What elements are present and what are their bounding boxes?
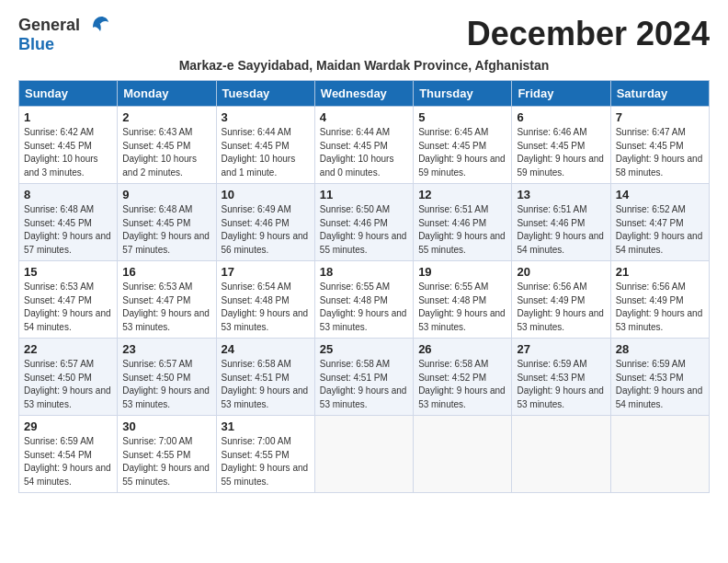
cell-info: Sunrise: 6:44 AMSunset: 4:45 PMDaylight:… [320,127,394,178]
day-number: 1 [24,110,112,124]
day-number: 19 [418,265,506,279]
calendar-week-2: 8 Sunrise: 6:48 AMSunset: 4:45 PMDayligh… [19,184,710,261]
cell-info: Sunrise: 6:48 AMSunset: 4:45 PMDaylight:… [24,204,111,255]
weekday-header-row: SundayMondayTuesdayWednesdayThursdayFrid… [19,81,710,107]
cell-info: Sunrise: 6:58 AMSunset: 4:51 PMDaylight:… [320,359,407,409]
calendar-cell: 16 Sunrise: 6:53 AMSunset: 4:47 PMDaylig… [118,261,216,339]
weekday-header-tuesday: Tuesday [216,81,314,107]
day-number: 26 [418,342,506,356]
calendar-cell: 8 Sunrise: 6:48 AMSunset: 4:45 PMDayligh… [19,184,118,261]
calendar-cell: 21 Sunrise: 6:56 AMSunset: 4:49 PMDaylig… [610,261,709,339]
calendar-cell: 18 Sunrise: 6:55 AMSunset: 4:48 PMDaylig… [314,261,413,339]
calendar-cell: 25 Sunrise: 6:58 AMSunset: 4:51 PMDaylig… [314,339,413,416]
cell-info: Sunrise: 7:00 AMSunset: 4:55 PMDaylight:… [222,436,309,487]
cell-info: Sunrise: 6:59 AMSunset: 4:54 PMDaylight:… [24,436,111,487]
day-number: 16 [122,265,210,279]
day-number: 6 [517,110,605,124]
cell-info: Sunrise: 6:50 AMSunset: 4:46 PMDaylight:… [320,204,407,255]
cell-info: Sunrise: 6:47 AMSunset: 4:45 PMDaylight:… [616,127,703,178]
day-number: 3 [222,110,310,124]
cell-info: Sunrise: 6:48 AMSunset: 4:45 PMDaylight:… [122,204,210,255]
calendar-cell: 12 Sunrise: 6:51 AMSunset: 4:46 PMDaylig… [414,184,512,261]
day-number: 11 [320,188,408,201]
day-number: 8 [24,188,112,201]
calendar-cell: 19 Sunrise: 6:55 AMSunset: 4:48 PMDaylig… [414,261,512,339]
cell-info: Sunrise: 6:56 AMSunset: 4:49 PMDaylight:… [517,282,604,332]
cell-info: Sunrise: 6:49 AMSunset: 4:46 PMDaylight:… [222,204,309,255]
weekday-header-sunday: Sunday [19,81,118,107]
day-number: 20 [517,265,605,279]
month-title: December 2024 [467,15,710,53]
day-number: 5 [418,110,506,124]
cell-info: Sunrise: 6:58 AMSunset: 4:52 PMDaylight:… [418,359,506,409]
calendar-cell [512,416,610,493]
calendar-cell: 22 Sunrise: 6:57 AMSunset: 4:50 PMDaylig… [19,339,118,416]
calendar-cell [314,416,413,493]
calendar-cell: 14 Sunrise: 6:52 AMSunset: 4:47 PMDaylig… [610,184,709,261]
calendar-cell: 15 Sunrise: 6:53 AMSunset: 4:47 PMDaylig… [19,261,118,339]
day-number: 22 [24,342,112,356]
day-number: 24 [222,342,310,356]
cell-info: Sunrise: 6:57 AMSunset: 4:50 PMDaylight:… [122,359,210,409]
calendar-table: SundayMondayTuesdayWednesdayThursdayFrid… [18,80,710,493]
calendar-cell: 26 Sunrise: 6:58 AMSunset: 4:52 PMDaylig… [414,339,512,416]
cell-info: Sunrise: 6:46 AMSunset: 4:45 PMDaylight:… [517,127,604,178]
cell-info: Sunrise: 6:45 AMSunset: 4:45 PMDaylight:… [418,127,506,178]
cell-info: Sunrise: 6:42 AMSunset: 4:45 PMDaylight:… [24,127,98,178]
day-number: 13 [517,188,605,201]
day-number: 18 [320,265,408,279]
cell-info: Sunrise: 6:59 AMSunset: 4:53 PMDaylight:… [616,359,703,409]
day-number: 21 [616,265,704,279]
day-number: 7 [616,110,704,124]
logo: General Blue [18,15,109,54]
day-number: 25 [320,342,408,356]
weekday-header-wednesday: Wednesday [314,81,413,107]
cell-info: Sunrise: 6:56 AMSunset: 4:49 PMDaylight:… [616,282,703,332]
calendar-cell [414,416,512,493]
cell-info: Sunrise: 6:53 AMSunset: 4:47 PMDaylight:… [122,282,210,332]
logo-general-text: General [18,16,80,35]
logo-blue-text: Blue [18,35,54,53]
cell-info: Sunrise: 6:58 AMSunset: 4:51 PMDaylight:… [222,359,309,409]
calendar-cell: 4 Sunrise: 6:44 AMSunset: 4:45 PMDayligh… [314,107,413,184]
day-number: 31 [222,419,310,433]
day-number: 2 [122,110,210,124]
day-number: 4 [320,110,408,124]
cell-info: Sunrise: 6:55 AMSunset: 4:48 PMDaylight:… [418,282,506,332]
calendar-cell: 24 Sunrise: 6:58 AMSunset: 4:51 PMDaylig… [216,339,314,416]
day-number: 30 [122,419,210,433]
day-number: 12 [418,188,506,201]
calendar-cell: 7 Sunrise: 6:47 AMSunset: 4:45 PMDayligh… [610,107,709,184]
day-number: 14 [616,188,704,201]
cell-info: Sunrise: 6:57 AMSunset: 4:50 PMDaylight:… [24,359,111,409]
weekday-header-friday: Friday [512,81,610,107]
cell-info: Sunrise: 6:59 AMSunset: 4:53 PMDaylight:… [517,359,604,409]
calendar-cell: 5 Sunrise: 6:45 AMSunset: 4:45 PMDayligh… [414,107,512,184]
calendar-cell: 11 Sunrise: 6:50 AMSunset: 4:46 PMDaylig… [314,184,413,261]
weekday-header-thursday: Thursday [414,81,512,107]
day-number: 23 [122,342,210,356]
calendar-cell: 28 Sunrise: 6:59 AMSunset: 4:53 PMDaylig… [610,339,709,416]
calendar-cell: 17 Sunrise: 6:54 AMSunset: 4:48 PMDaylig… [216,261,314,339]
calendar-cell: 9 Sunrise: 6:48 AMSunset: 4:45 PMDayligh… [118,184,216,261]
page-header: General Blue December 2024 [18,15,710,54]
cell-info: Sunrise: 7:00 AMSunset: 4:55 PMDaylight:… [122,436,210,487]
weekday-header-saturday: Saturday [610,81,709,107]
calendar-week-3: 15 Sunrise: 6:53 AMSunset: 4:47 PMDaylig… [19,261,710,339]
day-number: 28 [616,342,704,356]
day-number: 27 [517,342,605,356]
cell-info: Sunrise: 6:55 AMSunset: 4:48 PMDaylight:… [320,282,407,332]
calendar-cell: 30 Sunrise: 7:00 AMSunset: 4:55 PMDaylig… [118,416,216,493]
calendar-cell: 2 Sunrise: 6:43 AMSunset: 4:45 PMDayligh… [118,107,216,184]
subtitle: Markaz-e Sayyidabad, Maidan Wardak Provi… [18,58,710,73]
weekday-header-monday: Monday [118,81,216,107]
day-number: 15 [24,265,112,279]
cell-info: Sunrise: 6:53 AMSunset: 4:47 PMDaylight:… [24,282,111,332]
cell-info: Sunrise: 6:51 AMSunset: 4:46 PMDaylight:… [418,204,506,255]
calendar-cell: 10 Sunrise: 6:49 AMSunset: 4:46 PMDaylig… [216,184,314,261]
calendar-cell: 6 Sunrise: 6:46 AMSunset: 4:45 PMDayligh… [512,107,610,184]
calendar-cell [610,416,709,493]
cell-info: Sunrise: 6:43 AMSunset: 4:45 PMDaylight:… [122,127,197,178]
calendar-week-5: 29 Sunrise: 6:59 AMSunset: 4:54 PMDaylig… [19,416,710,493]
calendar-cell: 20 Sunrise: 6:56 AMSunset: 4:49 PMDaylig… [512,261,610,339]
